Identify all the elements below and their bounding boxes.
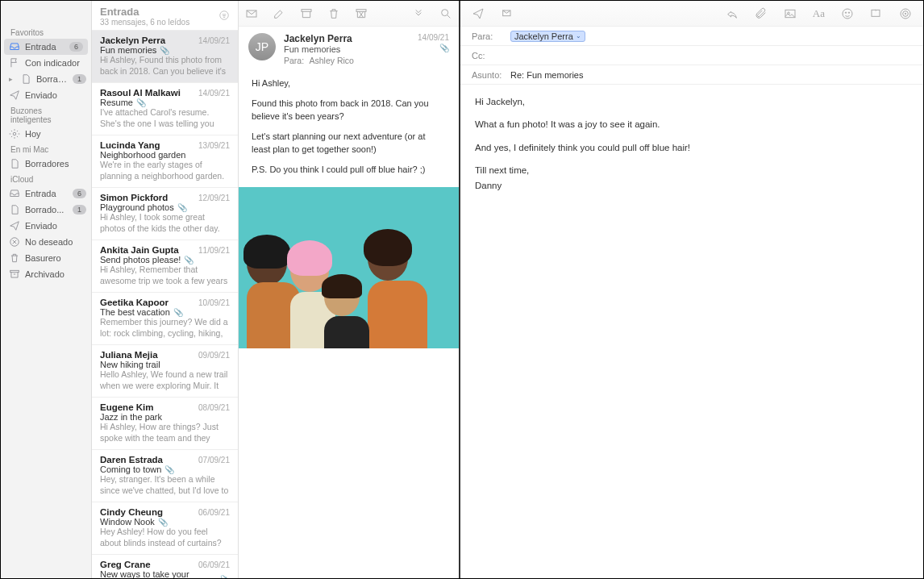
msg-date: 06/09/21	[198, 508, 230, 517]
media-menu-icon[interactable]	[870, 7, 883, 20]
message-list-header: Entrada 33 mensajes, 6 no leídos	[92, 1, 238, 31]
sidebar-item-indicador[interactable]: Con indicador	[1, 55, 91, 71]
compose-pane: Aa Para: Jackelyn Perra ⌄ Cc: Asunto: Re…	[460, 1, 923, 578]
to-label: Para:	[284, 56, 304, 65]
message-item[interactable]: Juliana Mejia09/09/21New hiking trailHel…	[92, 345, 238, 398]
reader-date: 14/09/21	[418, 33, 449, 42]
msg-from: Lucinda Yang	[100, 140, 160, 150]
svg-point-17	[905, 13, 905, 14]
message-item[interactable]: Ankita Jain Gupta11/09/21Send photos ple…	[92, 240, 238, 293]
msg-date: 08/09/21	[198, 403, 230, 412]
mailbox-subtitle: 33 mensajes, 6 no leídos	[100, 18, 219, 27]
sidebar-label: Entrada	[25, 189, 68, 198]
sidebar-label: No deseado	[25, 237, 86, 247]
msg-date: 12/09/21	[198, 194, 230, 202]
search-icon[interactable]	[439, 7, 452, 20]
svg-point-11	[843, 9, 852, 19]
msg-date: 14/09/21	[198, 36, 230, 45]
sidebar-item-mac-borradores[interactable]: Borradores	[1, 156, 91, 172]
recipient-name: Jackelyn Perra	[514, 31, 573, 41]
compose-line: Till next time,	[475, 163, 909, 177]
gear-icon	[9, 128, 20, 140]
compose-subject-row[interactable]: Asunto: Re: Fun memories	[460, 65, 923, 85]
message-item[interactable]: Daren Estrada07/09/21Coming to town📎Hey,…	[92, 450, 238, 502]
svg-rect-6	[356, 9, 366, 11]
compose-cc-row[interactable]: Cc:	[460, 46, 923, 65]
message-item[interactable]: Jackelyn Perra14/09/21Fun memories📎Hi As…	[92, 31, 238, 83]
attachment-icon: 📎	[184, 256, 194, 265]
inbox-icon	[9, 41, 20, 52]
chevron-down-icon[interactable]: ⌄	[576, 32, 581, 40]
message-list: Entrada 33 mensajes, 6 no leídos Jackely…	[92, 1, 239, 578]
sidebar-item-cloud-nodeseado[interactable]: No deseado	[1, 234, 91, 250]
reader-from: Jackelyn Perra	[284, 33, 410, 44]
svg-rect-5	[302, 9, 311, 11]
reader-header: JP Jackelyn Perra Fun memories Para: Ash…	[239, 27, 459, 72]
document-icon	[20, 73, 31, 85]
mailbox-title: Entrada	[100, 6, 219, 18]
more-icon[interactable]	[412, 7, 425, 20]
message-item[interactable]: Eugene Kim08/09/21Jazz in the parkHi Ash…	[92, 398, 238, 450]
format-icon[interactable]: Aa	[813, 7, 825, 20]
field-label: Para:	[472, 31, 510, 41]
msg-from: Cindy Cheung	[100, 507, 163, 517]
sidebar-item-cloud-entrada[interactable]: Entrada 6	[1, 185, 91, 202]
sidebar-item-cloud-basurero[interactable]: Basurero	[1, 250, 91, 266]
sidebar-item-cloud-archivado[interactable]: Archivado	[1, 266, 91, 282]
markup-icon[interactable]	[899, 7, 912, 20]
message-item[interactable]: Simon Pickford12/09/21Playground photos📎…	[92, 188, 238, 240]
msg-preview: Hi Ashley, Remember that awesome trip we…	[100, 265, 230, 287]
attach-icon[interactable]	[755, 7, 768, 20]
section-favoritos: Favoritos	[1, 25, 91, 39]
field-label: Asunto:	[472, 70, 510, 80]
message-item[interactable]: Geetika Kapoor10/09/21The best vacation📎…	[92, 293, 238, 345]
body-line: Hi Ashley,	[252, 77, 446, 90]
compose-body[interactable]: Hi Jackelyn, What a fun photo! It was a …	[460, 85, 923, 210]
sidebar-item-hoy[interactable]: Hoy	[1, 126, 91, 142]
svg-point-0	[13, 132, 16, 135]
badge: 1	[73, 74, 86, 84]
sidebar-item-enviado[interactable]: Enviado	[1, 87, 91, 103]
message-item[interactable]: Greg Crane06/09/21New ways to take your …	[92, 555, 238, 578]
msg-from: Eugene Kim	[100, 402, 153, 412]
msg-from: Daren Estrada	[100, 455, 163, 464]
message-item[interactable]: Cindy Cheung06/09/21Window Nook📎Hey Ashl…	[92, 502, 238, 555]
sidebar-item-entrada[interactable]: Entrada 6	[4, 39, 88, 55]
sidebar-label: Hoy	[25, 129, 86, 139]
archive-icon[interactable]	[300, 7, 313, 20]
sidebar-item-borradores[interactable]: ▸ Borrado... 1	[1, 71, 91, 87]
section-enmimac: En mi Mac	[1, 142, 91, 156]
msg-subject: New ways to take your photos...	[100, 569, 217, 578]
msg-preview: Hi Ashley, Found this photo from back in…	[100, 55, 230, 77]
attachment-icon: 📎	[164, 465, 174, 474]
trash-icon	[9, 252, 20, 264]
badge: 6	[73, 189, 86, 198]
sidebar-label: Borrado...	[25, 205, 68, 215]
body-line: Found this photo from back in 2018. Can …	[252, 97, 446, 123]
sidebar-item-cloud-borradores[interactable]: Borrado... 1	[1, 202, 91, 218]
svg-point-7	[442, 9, 448, 15]
to-value: Ashley Rico	[309, 56, 353, 65]
photo-icon[interactable]	[784, 7, 797, 20]
send-icon[interactable]	[472, 7, 485, 20]
junk-icon[interactable]	[355, 7, 368, 20]
compose-to-row[interactable]: Para: Jackelyn Perra ⌄	[460, 27, 923, 46]
envelope-icon[interactable]	[245, 7, 258, 20]
sidebar-item-cloud-enviado[interactable]: Enviado	[1, 218, 91, 234]
compose-icon[interactable]	[273, 7, 285, 20]
reply-icon[interactable]	[726, 7, 739, 20]
filter-icon[interactable]	[219, 10, 230, 23]
reader-pane: JP Jackelyn Perra Fun memories Para: Ash…	[239, 1, 460, 578]
attachment-photo[interactable]	[239, 187, 459, 348]
emoji-icon[interactable]	[841, 7, 854, 20]
message-item[interactable]: Rasoul Al Malkawi14/09/21Resume📎I've att…	[92, 83, 238, 135]
msg-date: 13/09/21	[198, 141, 230, 150]
trash-icon[interactable]	[327, 7, 340, 20]
attachment-icon: 📎	[158, 518, 168, 527]
message-item[interactable]: Lucinda Yang13/09/21Neighborhood gardenW…	[92, 135, 238, 188]
recipient-token[interactable]: Jackelyn Perra ⌄	[510, 31, 585, 42]
messages-container[interactable]: Jackelyn Perra14/09/21Fun memories📎Hi As…	[92, 31, 238, 578]
svg-point-12	[845, 12, 846, 13]
header-menu-icon[interactable]	[501, 7, 514, 20]
msg-date: 14/09/21	[198, 89, 230, 98]
